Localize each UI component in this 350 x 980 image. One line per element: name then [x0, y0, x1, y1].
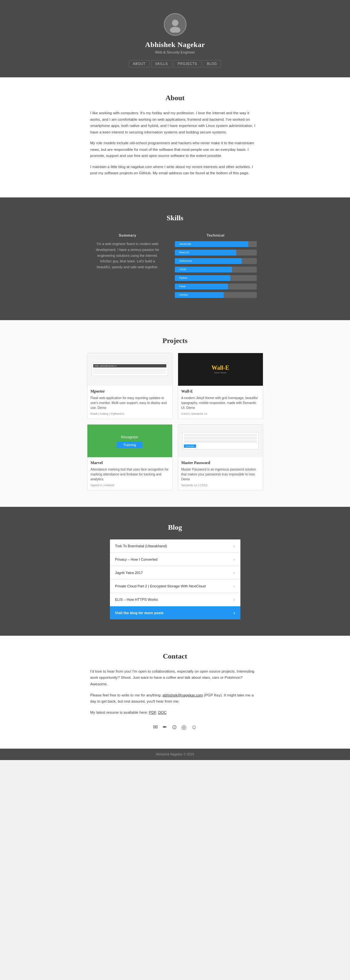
summary-heading: Summary — [94, 233, 162, 237]
site-title: Abhishek Nagekar — [6, 40, 344, 49]
nav-about[interactable]: ABOUT — [129, 60, 150, 68]
blog-visit-label: Visit the blog for more posts — [115, 611, 164, 615]
chevron-right-icon: › — [234, 584, 235, 589]
blog-post-item[interactable]: Private Cloud Part 2 | Encrypted Storage… — [110, 579, 240, 593]
about-para-2: My role models include old-school progra… — [91, 140, 260, 159]
summary-text: I'm a web engineer fluent in modern web … — [94, 241, 162, 270]
svg-point-1 — [170, 27, 180, 33]
blog-post-item[interactable]: Privacy – How I Converted › — [110, 553, 240, 566]
chevron-right-icon: › — [234, 557, 235, 562]
skill-label: Python — [177, 275, 200, 280]
project-description: A modern Jekyll theme with grid homepage… — [181, 396, 259, 410]
contact-para-2: Please feel free to write to me for anyt… — [91, 692, 260, 705]
avatar — [164, 13, 186, 36]
skill-bar-row: CSS5 — [175, 267, 257, 272]
skill-label: ReactJS — [177, 250, 200, 255]
site-subtitle: Web & Security Engineer — [6, 50, 344, 54]
about-content: I like working with computers. It's my h… — [91, 110, 260, 177]
project-info: Mporter Flask web application for easy r… — [88, 386, 172, 419]
skill-bar-row: Flask — [175, 283, 257, 290]
blog-post-title: Privacy – How I Converted — [115, 557, 158, 561]
project-card[interactable]: RecognizeTraining Marvel Attendance mark… — [87, 424, 173, 490]
project-card[interactable]: Wall-EJekyll Theme Wall-E A modern Jekyl… — [178, 353, 263, 419]
blog-section: Blog Trek To Bramhatal (Uttarakhand) › P… — [0, 507, 350, 636]
project-thumb: Hello, admin@mporter.co — [88, 353, 172, 386]
pen-icon[interactable]: ✒ — [162, 722, 167, 732]
skill-bar-row: Javascript — [175, 241, 257, 247]
about-title: About — [6, 94, 344, 102]
nav-blog[interactable]: BLOG — [202, 60, 221, 68]
svg-point-0 — [172, 19, 178, 26]
skill-bar-row: GNU/Linux — [175, 258, 257, 264]
skills-summary: Summary I'm a web engineer fluent in mod… — [91, 230, 165, 304]
blog-post-item[interactable]: Jagriti Yatra 2017 › — [110, 566, 240, 579]
github-icon[interactable]: ⊙ — [172, 722, 177, 732]
skill-bar-row: Python — [175, 275, 257, 281]
project-info: Marvel Attendance marking tool that uses… — [88, 457, 172, 490]
contact-content: I'd love to hear from you! I'm open to c… — [91, 668, 260, 732]
nav-skills[interactable]: SKILLS — [151, 60, 172, 68]
contact-title: Contact — [6, 652, 344, 660]
skill-label: Javascript — [177, 242, 200, 247]
project-name: Master Password — [181, 460, 259, 465]
project-description: Attendance marking tool that uses face r… — [91, 467, 169, 482]
skill-bars: Javascript ReactJS GNU/Linux CSS5 Python — [175, 241, 257, 298]
project-tags: Semantic UI | CSS3 — [181, 484, 259, 487]
project-description: Master Password is an ingenious password… — [181, 467, 259, 482]
skills-title: Skills — [6, 214, 344, 222]
skill-label: GNU/Linux — [177, 258, 200, 263]
technical-heading: Technical — [175, 233, 257, 237]
project-name: Marvel — [91, 460, 169, 465]
skill-label: CSS5 — [177, 267, 200, 272]
contact-para-3: My latest resume is available here: PDF,… — [91, 710, 260, 716]
contact-section: Contact I'd love to hear from you! I'm o… — [0, 636, 350, 749]
skill-bar-row: InfoSec — [175, 292, 257, 298]
projects-section: Projects Hello, admin@mporter.co Mporter… — [0, 320, 350, 507]
contact-icons: ✉ ✒ ⊙ ◎ ☺ — [91, 722, 260, 732]
email-link[interactable]: abhishek@nagekar.com — [162, 693, 203, 697]
chevron-right-icon: › — [234, 597, 235, 602]
skill-bar-row: ReactJS — [175, 250, 257, 256]
blog-list: Trek To Bramhatal (Uttarakhand) › Privac… — [110, 539, 240, 619]
project-card[interactable]: Generate Master Password Master Password… — [178, 424, 263, 490]
project-tags: CSS3 | Semantic UI — [181, 412, 259, 415]
nav-projects[interactable]: PROJECTS — [173, 60, 202, 68]
chevron-right-icon: › — [234, 570, 235, 575]
skills-section: Skills Summary I'm a web engineer fluent… — [0, 197, 350, 320]
header: Abhishek Nagekar Web & Security Engineer… — [0, 0, 350, 77]
project-thumb: Generate — [178, 425, 263, 457]
email-icon[interactable]: ✉ — [153, 722, 158, 732]
project-tags: Flask | Celery | Python3.5 — [91, 412, 169, 415]
skills-inner: Summary I'm a web engineer fluent in mod… — [91, 230, 260, 304]
about-section: About I like working with computers. It'… — [0, 77, 350, 197]
blog-post-item[interactable]: ELIS – How HTTPS Works › — [110, 593, 240, 606]
rss-icon[interactable]: ◎ — [181, 722, 186, 732]
about-para-1: I like working with computers. It's my h… — [91, 110, 260, 135]
project-thumb: Wall-EJekyll Theme — [178, 353, 263, 386]
project-description: Flask web application for easy reporting… — [91, 396, 169, 410]
projects-grid: Hello, admin@mporter.co Mporter Flask we… — [87, 353, 263, 490]
blog-title: Blog — [6, 523, 344, 531]
project-name: Mporter — [91, 389, 169, 394]
skill-label: Flask — [177, 284, 200, 289]
chevron-right-icon: › — [234, 610, 235, 616]
chevron-right-icon: › — [234, 543, 235, 549]
blog-visit-button[interactable]: Visit the blog for more posts › — [110, 606, 240, 619]
pdf-link[interactable]: PDF — [149, 710, 156, 714]
blog-post-title: ELIS – How HTTPS Works — [115, 598, 158, 601]
contact-para-1: I'd love to hear from you! I'm open to c… — [91, 668, 260, 687]
footer-text: Abhishek Nagekar © 2019 — [156, 752, 194, 756]
blog-post-title: Jagriti Yatra 2017 — [115, 571, 143, 575]
skill-label: InfoSec — [177, 293, 200, 297]
project-card[interactable]: Hello, admin@mporter.co Mporter Flask we… — [87, 353, 173, 419]
project-thumb: RecognizeTraining — [88, 425, 172, 457]
user-icon[interactable]: ☺ — [191, 722, 197, 732]
doc-link[interactable]: DOC — [158, 710, 167, 714]
blog-post-item[interactable]: Trek To Bramhatal (Uttarakhand) › — [110, 539, 240, 553]
projects-title: Projects — [6, 336, 344, 345]
footer: Abhishek Nagekar © 2019 — [0, 749, 350, 760]
about-para-3: I maintain a little blog at nagekar.com … — [91, 164, 260, 177]
blog-post-title: Trek To Bramhatal (Uttarakhand) — [115, 544, 167, 548]
project-info: Master Password Master Password is an in… — [178, 457, 263, 490]
project-info: Wall-E A modern Jekyll theme with grid h… — [178, 386, 263, 419]
